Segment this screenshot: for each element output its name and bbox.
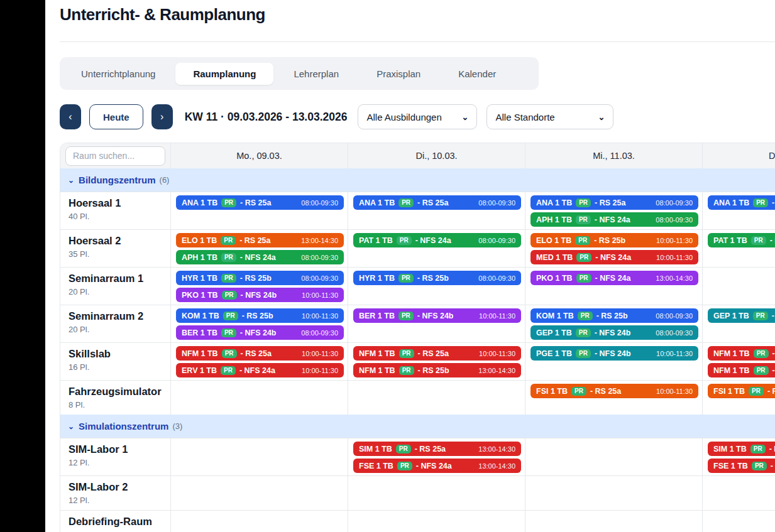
day-cell[interactable]: SIM 1 TBPR- RS 25a13:00-14:30FSE 1 TBPR-…	[702, 438, 775, 475]
event-pill[interactable]: FSI 1 TBPR- RS 25a10:00-11:30	[530, 384, 698, 398]
event-group: - RS 25b	[772, 366, 775, 375]
standort-filter-value: Alle Standorte	[495, 112, 554, 122]
day-cell[interactable]: ELO 1 TBPR- RS 25b10:00-11:30MED 1 TBPR-…	[525, 230, 702, 267]
room-search-input[interactable]	[65, 146, 165, 166]
day-cell[interactable]: PGE 1 TBPR- NFS 24b10:00-11:30	[525, 343, 702, 380]
event-pill[interactable]: NFM 1 TBPR- RS 25a10:00-11:30	[353, 346, 521, 361]
event-pill[interactable]: ERV 1 TBPR- NFS 24a10:00-11:30	[176, 363, 344, 377]
ausbildung-filter-select[interactable]: Alle Ausbildungen ⌄	[358, 104, 477, 129]
day-cell[interactable]	[702, 511, 775, 532]
event-pill[interactable]: APH 1 TBPR- NFS 24a08:00-09:30	[176, 250, 344, 264]
day-cell[interactable]	[348, 511, 525, 532]
tab-lehrerplan[interactable]: Lehrerplan	[276, 63, 356, 85]
event-pill[interactable]: PAT 1 TBPR- NFS 24a08:00-09:30	[708, 233, 775, 247]
next-week-button[interactable]: ›	[151, 104, 173, 129]
day-cell[interactable]: NFM 1 TBPR- RS 25a10:00-11:30ERV 1 TBPR-…	[170, 343, 348, 380]
day-cell[interactable]: HYR 1 TBPR- RS 25b08:00-09:30PKO 1 TBPR-…	[170, 268, 348, 305]
day-cell[interactable]: PAT 1 TBPR- NFS 24a08:00-09:30	[348, 230, 525, 267]
group-header-row[interactable]: ⌄Bildungszentrum(6)	[60, 168, 775, 192]
event-pill[interactable]: PAT 1 TBPR- NFS 24a08:00-09:30	[353, 233, 521, 247]
event-pill[interactable]: HYR 1 TBPR- RS 25b08:00-09:30	[176, 271, 344, 285]
tab-kalender[interactable]: Kalender	[441, 63, 514, 85]
day-cell[interactable]	[702, 268, 775, 305]
room-name: Skillslab	[69, 347, 165, 361]
event-pill[interactable]: HYR 1 TBPR- RS 25b08:00-09:30	[353, 271, 521, 285]
event-pill[interactable]: ANA 1 TBPR- RS 25a08:00-09:30	[353, 195, 521, 210]
day-cell[interactable]	[525, 476, 702, 510]
event-pill[interactable]: FSE 1 TBPR- NFS 24a13:00-14:30	[708, 459, 775, 473]
day-cell[interactable]: FSI 1 TBPR- RS 25a10:00-11:30	[525, 381, 702, 415]
day-cell[interactable]: ANA 1 TBPR- RS 25a08:00-09:30	[170, 192, 348, 229]
event-pill[interactable]: ANA 1 TBPR- RS 25a08:00-09:30	[708, 195, 775, 210]
event-pill[interactable]: SIM 1 TBPR- RS 25a13:00-14:30	[708, 442, 775, 456]
event-pill[interactable]: ELO 1 TBPR- RS 25a13:00-14:30	[176, 233, 344, 247]
today-button[interactable]: Heute	[89, 104, 143, 129]
day-cell[interactable]	[702, 476, 775, 510]
day-cell[interactable]: NFM 1 TBPR- RS 25a10:00-11:30NFM 1 TBPR-…	[348, 343, 525, 380]
event-pill[interactable]: NFM 1 TBPR- RS 25a10:00-11:30	[708, 346, 775, 361]
event-pill[interactable]: MED 1 TBPR- NFS 24a10:00-11:30	[530, 250, 698, 264]
standort-filter-select[interactable]: Alle Standorte ⌄	[486, 104, 613, 129]
event-pill[interactable]: KOM 1 TBPR- RS 25b08:00-09:30	[530, 308, 698, 323]
event-pill[interactable]: GEP 1 TBPR- NFS 24b08:00-09:30	[530, 325, 698, 340]
group-header-row[interactable]: ⌄Simulationszentrum(3)	[60, 415, 775, 438]
day-cell[interactable]: PKO 1 TBPR- NFS 24a13:00-14:30	[525, 268, 702, 305]
event-time: 08:00-09:30	[473, 274, 515, 282]
day-cell[interactable]: SIM 1 TBPR- RS 25a13:00-14:30FSE 1 TBPR-…	[348, 438, 525, 475]
day-cell[interactable]	[525, 511, 702, 532]
event-pill[interactable]: BER 1 TBPR- NFS 24b08:00-09:30	[176, 325, 344, 340]
room-name: Debriefing-Raum	[69, 515, 165, 528]
day-cell[interactable]	[170, 511, 348, 532]
event-pill[interactable]: GEP 1 TBPR- NFS 24b08:00-09:30	[708, 308, 775, 323]
day-cell[interactable]: BER 1 TBPR- NFS 24b10:00-11:30	[348, 305, 525, 342]
event-pill[interactable]: NFM 1 TBPR- RS 25b13:00-14:30	[708, 363, 775, 377]
day-cell[interactable]: ANA 1 TBPR- RS 25a08:00-09:30	[348, 192, 525, 229]
day-cell[interactable]: PAT 1 TBPR- NFS 24a08:00-09:30	[702, 230, 775, 267]
event-pill[interactable]: NFM 1 TBPR- RS 25a10:00-11:30	[176, 346, 344, 361]
event-pill[interactable]: SIM 1 TBPR- RS 25a13:00-14:30	[353, 442, 521, 456]
tab-praxisplan[interactable]: Praxisplan	[359, 63, 438, 85]
event-time: 10:00-11:30	[297, 367, 338, 374]
day-cell[interactable]: KOM 1 TBPR- RS 25b08:00-09:30GEP 1 TBPR-…	[525, 305, 702, 342]
day-cell[interactable]: ANA 1 TBPR- RS 25a08:00-09:30	[702, 192, 775, 229]
day-cell[interactable]: FSI 1 TBPR- RS 25a10:00-11:30	[702, 381, 775, 415]
event-pill[interactable]: FSE 1 TBPR- NFS 24a13:00-14:30	[353, 459, 521, 473]
day-cell[interactable]	[170, 381, 348, 415]
event-pill[interactable]: FSI 1 TBPR- RS 25a10:00-11:30	[708, 384, 775, 398]
day-cell[interactable]: ANA 1 TBPR- RS 25a08:00-09:30APH 1 TBPR-…	[525, 192, 702, 229]
event-pill[interactable]: KOM 1 TBPR- RS 25b10:00-11:30	[176, 308, 344, 323]
room-label: Hoersaal 140 Pl.	[60, 192, 170, 229]
event-pill[interactable]: APH 1 TBPR- NFS 24a08:00-09:30	[530, 212, 698, 227]
event-pill[interactable]: NFM 1 TBPR- RS 25b13:00-14:30	[353, 363, 521, 377]
day-cell[interactable]	[348, 381, 525, 415]
day-cell[interactable]: HYR 1 TBPR- RS 25b08:00-09:30	[348, 268, 525, 305]
day-cell[interactable]: GEP 1 TBPR- NFS 24b08:00-09:30	[702, 305, 775, 342]
day-cell[interactable]: ELO 1 TBPR- RS 25a13:00-14:30APH 1 TBPR-…	[170, 230, 348, 267]
day-cell[interactable]: KOM 1 TBPR- RS 25b10:00-11:30BER 1 TBPR-…	[170, 305, 348, 342]
event-group: - RS 25a	[239, 236, 270, 245]
day-cell[interactable]	[348, 476, 525, 510]
tab-raumplanung[interactable]: Raumplanung	[175, 63, 273, 85]
event-pill[interactable]: PKO 1 TBPR- NFS 24a13:00-14:30	[530, 271, 698, 285]
tab-unterrichtplanung[interactable]: Unterrichtplanung	[63, 63, 173, 85]
event-pill[interactable]: ELO 1 TBPR- RS 25b10:00-11:30	[530, 233, 698, 247]
pr-badge: PR	[576, 253, 591, 262]
day-cell[interactable]: NFM 1 TBPR- RS 25a10:00-11:30NFM 1 TBPR-…	[702, 343, 775, 380]
day-cell[interactable]	[525, 438, 702, 475]
day-cell[interactable]	[170, 438, 348, 475]
event-pill[interactable]: PKO 1 TBPR- NFS 24b10:00-11:30	[176, 288, 344, 302]
pr-badge: PR	[576, 328, 591, 337]
event-pill[interactable]: PGE 1 TBPR- NFS 24b10:00-11:30	[530, 346, 698, 361]
pr-badge: PR	[576, 215, 591, 224]
event-code: NFM 1 TB	[359, 366, 395, 375]
event-pill[interactable]: ANA 1 TBPR- RS 25a08:00-09:30	[176, 195, 344, 210]
event-group: - NFS 24a	[595, 253, 631, 262]
room-name: Seminarraum 1	[69, 272, 165, 285]
day-header: Mi., 11.03.	[525, 143, 702, 168]
room-name: SIM-Labor 2	[69, 480, 165, 494]
event-pill[interactable]: BER 1 TBPR- NFS 24b10:00-11:30	[353, 308, 521, 323]
prev-week-button[interactable]: ‹	[60, 104, 81, 129]
event-code: ELO 1 TB	[536, 236, 571, 245]
day-cell[interactable]	[170, 476, 348, 510]
event-pill[interactable]: ANA 1 TBPR- RS 25a08:00-09:30	[530, 195, 698, 210]
